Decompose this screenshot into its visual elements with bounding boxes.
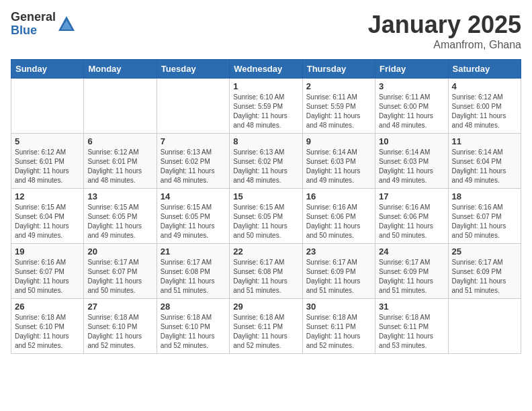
day-number: 16 (306, 191, 371, 201)
day-cell: 30Sunrise: 6:18 AMSunset: 6:11 PMDayligh… (302, 299, 375, 354)
day-cell (448, 299, 521, 354)
day-info: Sunrise: 6:16 AMSunset: 6:06 PMDaylight:… (379, 203, 444, 240)
day-number: 28 (161, 302, 226, 312)
day-number: 4 (452, 81, 517, 91)
day-number: 8 (233, 136, 298, 146)
day-info: Sunrise: 6:15 AMSunset: 6:05 PMDaylight:… (161, 203, 226, 240)
day-info: Sunrise: 6:14 AMSunset: 6:03 PMDaylight:… (379, 148, 444, 185)
month-title: January 2025 (368, 11, 521, 39)
day-cell: 23Sunrise: 6:17 AMSunset: 6:09 PMDayligh… (302, 244, 375, 299)
day-cell: 5Sunrise: 6:12 AMSunset: 6:01 PMDaylight… (11, 134, 84, 189)
calendar-table: SundayMondayTuesdayWednesdayThursdayFrid… (11, 59, 521, 354)
day-info: Sunrise: 6:16 AMSunset: 6:07 PMDaylight:… (15, 258, 80, 295)
day-cell: 17Sunrise: 6:16 AMSunset: 6:06 PMDayligh… (375, 189, 448, 244)
day-info: Sunrise: 6:18 AMSunset: 6:11 PMDaylight:… (233, 313, 298, 351)
day-cell: 2Sunrise: 6:11 AMSunset: 5:59 PMDaylight… (302, 79, 375, 134)
day-number: 2 (306, 81, 371, 91)
day-number: 13 (87, 191, 152, 201)
weekday-header-friday: Friday (375, 60, 448, 79)
day-cell: 27Sunrise: 6:18 AMSunset: 6:10 PMDayligh… (84, 299, 157, 354)
day-number: 29 (233, 302, 298, 312)
day-number: 11 (452, 136, 517, 146)
day-cell: 26Sunrise: 6:18 AMSunset: 6:10 PMDayligh… (11, 299, 84, 354)
week-row-0: 1Sunrise: 6:10 AMSunset: 5:59 PMDaylight… (11, 79, 521, 134)
day-info: Sunrise: 6:15 AMSunset: 6:05 PMDaylight:… (233, 203, 298, 240)
day-number: 1 (233, 81, 298, 91)
day-info: Sunrise: 6:13 AMSunset: 6:02 PMDaylight:… (161, 148, 226, 185)
day-cell: 29Sunrise: 6:18 AMSunset: 6:11 PMDayligh… (230, 299, 302, 354)
day-cell: 25Sunrise: 6:17 AMSunset: 6:09 PMDayligh… (448, 244, 521, 299)
day-number: 5 (15, 136, 80, 146)
day-info: Sunrise: 6:14 AMSunset: 6:04 PMDaylight:… (452, 148, 517, 185)
day-cell: 1Sunrise: 6:10 AMSunset: 5:59 PMDaylight… (230, 79, 302, 134)
day-number: 19 (15, 246, 80, 257)
day-info: Sunrise: 6:12 AMSunset: 6:00 PMDaylight:… (452, 93, 517, 130)
weekday-header-wednesday: Wednesday (230, 60, 302, 79)
day-cell: 9Sunrise: 6:14 AMSunset: 6:03 PMDaylight… (302, 134, 375, 189)
weekday-header-monday: Monday (84, 60, 157, 79)
day-number: 3 (379, 81, 444, 91)
day-info: Sunrise: 6:12 AMSunset: 6:01 PMDaylight:… (15, 148, 80, 185)
day-number: 10 (379, 136, 444, 146)
day-number: 6 (87, 136, 152, 146)
day-info: Sunrise: 6:18 AMSunset: 6:10 PMDaylight:… (15, 313, 80, 351)
logo-general: General (11, 11, 56, 24)
day-info: Sunrise: 6:17 AMSunset: 6:09 PMDaylight:… (379, 258, 444, 295)
day-cell (84, 79, 157, 134)
day-cell: 10Sunrise: 6:14 AMSunset: 6:03 PMDayligh… (375, 134, 448, 189)
day-number: 21 (161, 246, 226, 257)
day-info: Sunrise: 6:10 AMSunset: 5:59 PMDaylight:… (233, 93, 298, 130)
day-info: Sunrise: 6:13 AMSunset: 6:02 PMDaylight:… (233, 148, 298, 185)
page-header: General Blue January 2025 Amanfrom, Ghan… (11, 11, 521, 51)
day-info: Sunrise: 6:15 AMSunset: 6:04 PMDaylight:… (15, 203, 80, 240)
day-cell: 6Sunrise: 6:12 AMSunset: 6:01 PMDaylight… (84, 134, 157, 189)
day-number: 22 (233, 246, 298, 257)
day-cell: 31Sunrise: 6:18 AMSunset: 6:11 PMDayligh… (375, 299, 448, 354)
day-number: 20 (87, 246, 152, 257)
day-number: 12 (15, 191, 80, 201)
day-info: Sunrise: 6:11 AMSunset: 6:00 PMDaylight:… (379, 93, 444, 130)
day-info: Sunrise: 6:18 AMSunset: 6:10 PMDaylight:… (87, 313, 152, 351)
day-cell: 19Sunrise: 6:16 AMSunset: 6:07 PMDayligh… (11, 244, 84, 299)
day-cell: 12Sunrise: 6:15 AMSunset: 6:04 PMDayligh… (11, 189, 84, 244)
logo-blue: Blue (11, 24, 56, 38)
weekday-header-sunday: Sunday (11, 60, 84, 79)
day-cell: 28Sunrise: 6:18 AMSunset: 6:10 PMDayligh… (157, 299, 229, 354)
day-number: 31 (379, 302, 444, 312)
day-cell: 22Sunrise: 6:17 AMSunset: 6:08 PMDayligh… (230, 244, 302, 299)
location: Amanfrom, Ghana (368, 39, 521, 51)
day-number: 14 (161, 191, 226, 201)
day-cell: 21Sunrise: 6:17 AMSunset: 6:08 PMDayligh… (157, 244, 229, 299)
day-number: 27 (87, 302, 152, 312)
logo: General Blue (11, 11, 76, 38)
week-row-3: 19Sunrise: 6:16 AMSunset: 6:07 PMDayligh… (11, 244, 521, 299)
day-number: 23 (306, 246, 371, 257)
day-cell: 3Sunrise: 6:11 AMSunset: 6:00 PMDaylight… (375, 79, 448, 134)
day-info: Sunrise: 6:17 AMSunset: 6:07 PMDaylight:… (87, 258, 152, 295)
logo-icon (57, 15, 76, 34)
day-info: Sunrise: 6:16 AMSunset: 6:07 PMDaylight:… (452, 203, 517, 240)
day-cell: 8Sunrise: 6:13 AMSunset: 6:02 PMDaylight… (230, 134, 302, 189)
weekday-header-tuesday: Tuesday (157, 60, 229, 79)
day-cell (11, 79, 84, 134)
weekday-row: SundayMondayTuesdayWednesdayThursdayFrid… (11, 60, 521, 79)
day-number: 18 (452, 191, 517, 201)
weekday-header-thursday: Thursday (302, 60, 375, 79)
week-row-2: 12Sunrise: 6:15 AMSunset: 6:04 PMDayligh… (11, 189, 521, 244)
day-info: Sunrise: 6:15 AMSunset: 6:05 PMDaylight:… (87, 203, 152, 240)
day-info: Sunrise: 6:14 AMSunset: 6:03 PMDaylight:… (306, 148, 371, 185)
day-info: Sunrise: 6:18 AMSunset: 6:11 PMDaylight:… (306, 313, 371, 351)
day-number: 7 (161, 136, 226, 146)
day-cell (157, 79, 229, 134)
calendar-body: 1Sunrise: 6:10 AMSunset: 5:59 PMDaylight… (11, 79, 521, 354)
day-cell: 11Sunrise: 6:14 AMSunset: 6:04 PMDayligh… (448, 134, 521, 189)
day-cell: 15Sunrise: 6:15 AMSunset: 6:05 PMDayligh… (230, 189, 302, 244)
day-cell: 14Sunrise: 6:15 AMSunset: 6:05 PMDayligh… (157, 189, 229, 244)
week-row-4: 26Sunrise: 6:18 AMSunset: 6:10 PMDayligh… (11, 299, 521, 354)
day-cell: 16Sunrise: 6:16 AMSunset: 6:06 PMDayligh… (302, 189, 375, 244)
calendar-header: SundayMondayTuesdayWednesdayThursdayFrid… (11, 60, 521, 79)
day-number: 15 (233, 191, 298, 201)
day-info: Sunrise: 6:17 AMSunset: 6:08 PMDaylight:… (161, 258, 226, 295)
day-number: 24 (379, 246, 444, 257)
day-cell: 20Sunrise: 6:17 AMSunset: 6:07 PMDayligh… (84, 244, 157, 299)
